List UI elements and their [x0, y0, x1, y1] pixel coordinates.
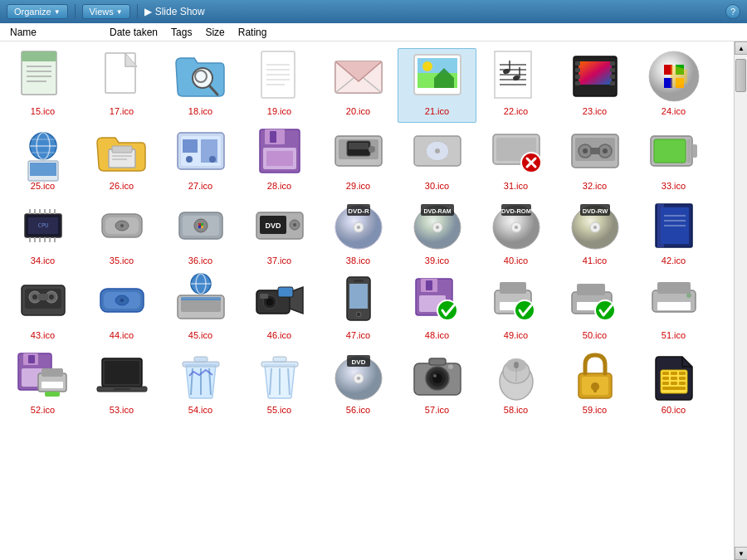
file-item-29[interactable]: 29.ico [319, 123, 398, 197]
svg-rect-37 [575, 61, 580, 66]
file-item-31[interactable]: 31.ico [476, 123, 555, 197]
svg-rect-245 [662, 377, 669, 380]
svg-point-135 [436, 226, 439, 229]
file-icon-44 [94, 272, 150, 329]
file-item-53[interactable]: 53.ico [82, 347, 161, 421]
file-item-34[interactable]: CPU 34.ico [3, 197, 82, 272]
file-item-57[interactable]: 57.ico [398, 347, 476, 421]
scroll-track[interactable] [735, 55, 747, 547]
svg-text:DVD-R: DVD-R [348, 207, 369, 215]
scroll-down-arrow[interactable]: ▼ [735, 547, 747, 560]
file-item-59[interactable]: 59.ico [555, 347, 634, 421]
views-button[interactable]: Views ▼ [82, 4, 130, 19]
file-item-56[interactable]: DVD 56.ico [319, 347, 398, 421]
file-item-22[interactable]: 22.ico [476, 48, 555, 123]
file-label-36: 36.ico [188, 256, 212, 266]
file-icon-57 [409, 347, 466, 403]
file-item-46[interactable]: 46.ico [240, 272, 319, 347]
file-item-15[interactable]: 15.ico [3, 48, 82, 123]
svg-text:DVD: DVD [351, 358, 365, 366]
scroll-up-arrow[interactable]: ▲ [735, 41, 747, 55]
file-item-37[interactable]: DVD 37.ico [240, 197, 319, 272]
file-item-54[interactable]: 54.ico [161, 347, 240, 421]
svg-rect-175 [260, 294, 268, 299]
svg-rect-55 [112, 146, 132, 153]
svg-rect-60 [183, 139, 198, 153]
file-item-27[interactable]: 27.ico [161, 123, 240, 197]
organize-label: Organize [14, 7, 51, 17]
file-item-44[interactable]: 44.ico [82, 272, 161, 347]
scroll-thumb[interactable] [735, 59, 746, 92]
file-item-55[interactable]: 55.ico [240, 347, 319, 421]
file-item-50[interactable]: 50.ico [555, 272, 634, 347]
file-item-35[interactable]: 35.ico [82, 197, 161, 272]
file-label-39: 39.ico [425, 256, 449, 266]
file-item-24[interactable]: 24.ico [634, 48, 713, 123]
file-icon-15 [15, 48, 71, 105]
scrollbar[interactable]: ▲ ▼ [734, 41, 747, 560]
svg-rect-42 [610, 68, 615, 72]
file-item-43[interactable]: 43.ico [3, 272, 82, 347]
file-item-42[interactable]: 42.ico [634, 197, 713, 272]
svg-point-130 [357, 226, 360, 229]
file-label-44: 44.ico [110, 330, 134, 341]
file-item-23[interactable]: 23.ico [555, 48, 634, 123]
file-label-50: 50.ico [583, 330, 607, 341]
col-size[interactable]: Size [198, 23, 231, 41]
svg-rect-93 [687, 139, 691, 163]
organize-button[interactable]: Organize ▼ [7, 4, 68, 19]
file-label-15: 15.ico [31, 106, 55, 117]
file-item-49[interactable]: 49.ico [476, 272, 555, 347]
file-icon-55 [251, 347, 308, 403]
svg-point-76 [435, 149, 440, 153]
file-item-48[interactable]: 48.ico [398, 272, 476, 347]
slideshow-button[interactable]: ▶ Slide Show [144, 6, 205, 17]
file-icon-26 [94, 123, 150, 179]
svg-rect-203 [42, 368, 63, 377]
file-item-26[interactable]: 26.ico [82, 123, 161, 197]
file-icon-40: DVD-ROM [488, 197, 544, 254]
file-label-17: 17.ico [110, 106, 134, 117]
col-tags[interactable]: Tags [164, 23, 198, 41]
file-item-17[interactable]: 17.ico [82, 48, 161, 123]
col-date[interactable]: Date taken [103, 23, 164, 41]
file-item-40[interactable]: DVD-ROM 40.ico [476, 197, 555, 272]
col-rating[interactable]: Rating [232, 23, 274, 41]
col-name[interactable]: Name [3, 23, 103, 41]
file-item-21[interactable]: 21.ico [398, 48, 476, 123]
file-icon-49 [488, 272, 544, 329]
file-item-39[interactable]: DVD-RAM 39.ico [398, 197, 476, 272]
svg-rect-250 [679, 382, 686, 385]
svg-rect-200 [28, 355, 35, 363]
file-item-33[interactable]: 33.ico [634, 123, 713, 197]
file-item-36[interactable]: 36.ico [161, 197, 240, 272]
file-item-38[interactable]: DVD-R 38.ico [319, 197, 398, 272]
svg-rect-72 [349, 143, 369, 149]
file-item-47[interactable]: 47.ico [319, 272, 398, 347]
svg-point-236 [514, 362, 519, 368]
svg-rect-243 [671, 372, 677, 375]
svg-rect-215 [261, 362, 298, 367]
file-label-58: 58.ico [504, 405, 528, 416]
svg-point-222 [357, 377, 360, 380]
file-item-58[interactable]: 58.ico [476, 347, 555, 421]
file-item-32[interactable]: 32.ico [555, 123, 634, 197]
file-label-28: 28.ico [267, 181, 291, 192]
file-item-19[interactable]: 19.ico [240, 48, 319, 123]
file-item-45[interactable]: 45.ico [161, 272, 240, 347]
file-icon-35 [94, 197, 150, 254]
file-item-51[interactable]: 51.ico [634, 272, 713, 347]
file-item-30[interactable]: 30.ico [398, 123, 476, 197]
file-item-28[interactable]: 28.ico [240, 123, 319, 197]
svg-text:DVD-RAM: DVD-RAM [423, 208, 451, 214]
file-item-20[interactable]: 20.ico [319, 48, 398, 123]
file-item-60[interactable]: 60.ico [634, 347, 713, 421]
file-item-52[interactable]: 52.ico [3, 347, 82, 421]
svg-rect-36 [579, 61, 612, 85]
file-item-25[interactable]: 25.ico [3, 123, 82, 197]
file-item-18[interactable]: 18.ico [161, 48, 240, 123]
file-item-41[interactable]: DVD-RW 41.ico [555, 197, 634, 272]
file-label-56: 56.ico [346, 405, 370, 416]
help-button[interactable]: ? [725, 4, 740, 19]
file-label-35: 35.ico [110, 256, 134, 266]
